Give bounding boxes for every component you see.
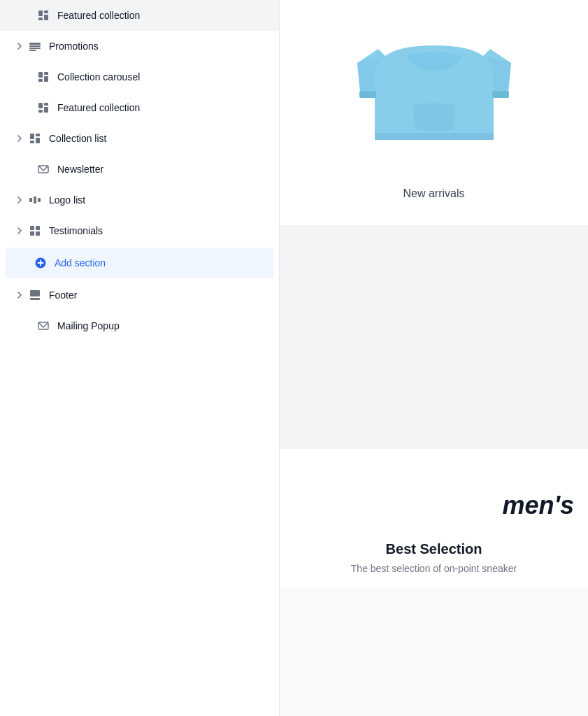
sidebar-item-featured-collection-1[interactable]: Featured collection: [0, 0, 279, 31]
svg-rect-32: [30, 298, 40, 300]
svg-rect-11: [38, 79, 43, 82]
svg-rect-24: [30, 226, 34, 230]
grid-icon: [28, 224, 42, 238]
chevron-right-icon: [14, 194, 25, 206]
svg-rect-31: [30, 290, 40, 296]
svg-rect-27: [36, 231, 40, 236]
svg-rect-3: [38, 17, 43, 20]
svg-rect-26: [30, 231, 34, 236]
sidebar-item-label: Footer: [49, 289, 268, 301]
chevron-right-icon: [14, 289, 25, 301]
layout-icon: [36, 101, 50, 115]
svg-rect-5: [29, 45, 41, 47]
sidebar-item-testimonials[interactable]: Testimonials: [0, 215, 279, 246]
svg-rect-1: [44, 10, 48, 13]
sidebar-item-label: Mailing Popup: [57, 320, 268, 331]
sidebar-item-label: Collection list: [49, 133, 268, 144]
svg-rect-10: [44, 76, 48, 82]
logo-icon: [28, 193, 42, 207]
sidebar-item-collection-carousel[interactable]: Collection carousel: [0, 62, 279, 92]
svg-rect-21: [29, 198, 32, 202]
svg-rect-12: [38, 103, 43, 108]
sidebar-item-newsletter[interactable]: Newsletter: [0, 154, 279, 185]
sidebar-item-label: Promotions: [49, 41, 268, 52]
sidebar-item-logo-list[interactable]: Logo list: [0, 185, 279, 215]
sidebar-item-featured-collection-2[interactable]: Featured collection: [0, 92, 279, 123]
mail-icon: [36, 162, 50, 176]
svg-rect-6: [29, 48, 41, 49]
sidebar-item-label: Collection carousel: [57, 71, 268, 83]
sidebar-item-label: Featured collection: [57, 10, 268, 21]
mens-section: men's: [280, 449, 588, 527]
svg-rect-0: [38, 10, 43, 16]
best-selection-title: Best Selection: [294, 541, 574, 557]
svg-rect-13: [44, 103, 48, 106]
sidebar-item-footer[interactable]: Footer: [0, 280, 279, 310]
plus-circle-icon: [34, 256, 48, 270]
svg-rect-16: [30, 134, 34, 139]
product-preview-section: New arrivals: [280, 0, 588, 225]
svg-rect-14: [44, 107, 48, 113]
layout-icon: [28, 131, 42, 145]
svg-rect-36: [492, 91, 509, 98]
best-selection-desc: The best selection of on-point sneaker: [294, 563, 574, 574]
preview-panel: New arrivals men's Best Selection The be…: [280, 0, 588, 716]
mens-title: men's: [502, 491, 574, 520]
chevron-right-icon: [14, 225, 25, 236]
footer-icon: [28, 288, 42, 302]
sidebar-item-collection-list[interactable]: Collection list: [0, 123, 279, 154]
svg-rect-18: [36, 138, 40, 143]
new-arrivals-label: New arrivals: [280, 182, 588, 211]
svg-rect-17: [36, 134, 40, 136]
chevron-right-icon: [14, 133, 25, 144]
sidebar-item-label: Featured collection: [57, 102, 268, 113]
svg-rect-9: [44, 72, 48, 75]
svg-rect-15: [38, 110, 43, 113]
svg-rect-19: [30, 141, 34, 143]
sidebar-item-add-section[interactable]: Add section: [6, 248, 273, 278]
svg-rect-22: [34, 196, 36, 203]
svg-rect-4: [29, 43, 41, 45]
svg-rect-37: [375, 133, 494, 140]
sidebar-item-label: Newsletter: [57, 164, 268, 175]
layout-icon: [36, 8, 50, 22]
product-image-container: [280, 0, 588, 182]
svg-rect-2: [44, 15, 48, 20]
svg-rect-8: [38, 72, 43, 78]
sidebar: Featured collection Promotions Coll: [0, 0, 280, 716]
layout-icon: [36, 70, 50, 84]
mail-icon: [36, 319, 50, 333]
best-selection-section: Best Selection The best selection of on-…: [280, 527, 588, 588]
sidebar-item-label: Logo list: [49, 194, 268, 206]
sidebar-item-promotions[interactable]: Promotions: [0, 31, 279, 62]
svg-rect-23: [38, 198, 41, 202]
sweatshirt-image: [322, 14, 546, 168]
gray-section: [280, 225, 588, 449]
chevron-right-icon: [14, 41, 25, 52]
svg-rect-7: [29, 50, 36, 51]
svg-rect-35: [359, 91, 376, 98]
sidebar-item-mailing-popup[interactable]: Mailing Popup: [0, 310, 279, 341]
svg-rect-25: [36, 226, 40, 230]
promotions-icon: [28, 39, 42, 53]
sidebar-item-label: Add section: [55, 257, 262, 268]
sidebar-item-label: Testimonials: [49, 225, 268, 236]
